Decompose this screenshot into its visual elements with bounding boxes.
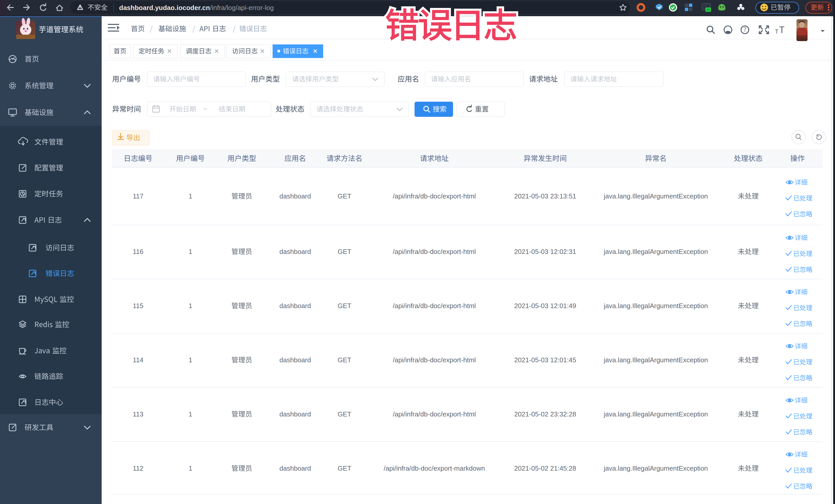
svg-text:on: on	[707, 8, 710, 11]
